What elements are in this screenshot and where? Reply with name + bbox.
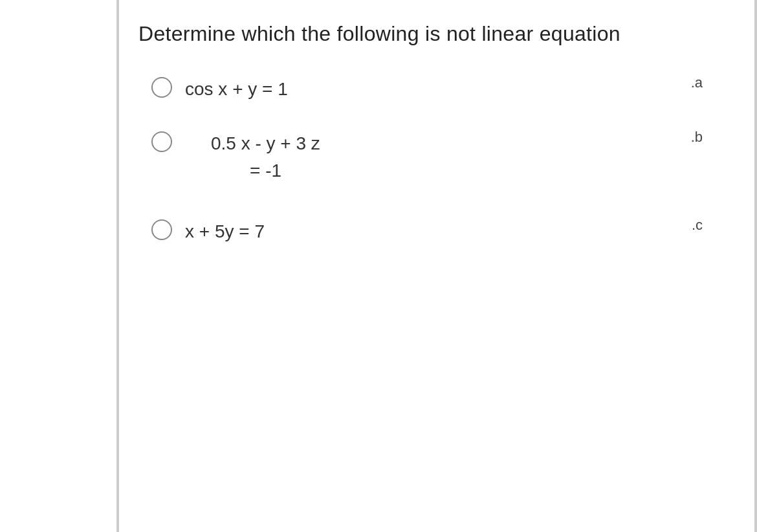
option-label-c: .c <box>692 217 703 234</box>
page-container: Determine which the following is not lin… <box>0 0 757 532</box>
option-row-b: 0.5 x - y + 3 z = -1 .b <box>151 129 729 184</box>
option-label-a: .a <box>691 74 703 91</box>
option-text-c: x + 5y = 7 <box>185 218 265 245</box>
options-container: cos x + y = 1 .a 0.5 x - y + 3 z = -1 .b… <box>138 74 729 258</box>
equation-a: cos x + y = 1 <box>185 79 288 99</box>
equation-b-line1: 0.5 x - y + 3 z <box>185 130 320 157</box>
question-title: Determine which the following is not lin… <box>138 19 729 49</box>
option-text-b: 0.5 x - y + 3 z = -1 <box>185 130 320 184</box>
equation-c: x + 5y = 7 <box>185 221 265 241</box>
option-row-a: cos x + y = 1 .a <box>151 74 729 103</box>
equation-b-line2: = -1 <box>185 157 320 184</box>
right-border <box>754 0 757 532</box>
radio-option-b[interactable] <box>151 131 172 152</box>
option-label-b: .b <box>691 129 703 146</box>
option-text-a: cos x + y = 1 <box>185 76 288 103</box>
content-area: Determine which the following is not lin… <box>119 0 754 532</box>
option-row-c: x + 5y = 7 .c <box>151 217 729 245</box>
radio-option-c[interactable] <box>151 219 172 240</box>
radio-option-a[interactable] <box>151 77 172 98</box>
